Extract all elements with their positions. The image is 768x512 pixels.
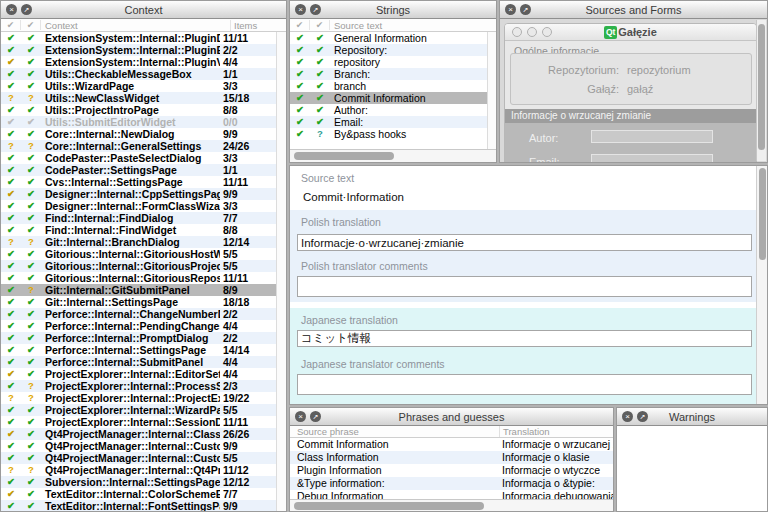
vertical-scrollbar[interactable]	[276, 32, 286, 511]
scrollbar-thumb[interactable]	[294, 502, 484, 510]
context-row[interactable]: ✔ ✔ ProjectExplorer::Internal::EditorSet…	[1, 368, 276, 380]
horizontal-scrollbar[interactable]	[290, 499, 613, 511]
context-row[interactable]: ✔ ✔ Utils::CheckableMessageBox 1/1	[1, 68, 276, 80]
strings-column-header[interactable]: ✔ ✔ Source text	[290, 19, 496, 32]
context-name: ExtensionSystem::Internal::PluginDe..	[41, 32, 220, 44]
context-row[interactable]: ? ? ProjectExplorer::Internal::ProjectEx…	[1, 392, 276, 404]
string-row[interactable]: ✔ ✔ Repository:	[290, 44, 487, 56]
email-label: Email:	[529, 156, 560, 163]
context-row[interactable]: ✔ ✔ ExtensionSystem::Internal::PluginErr…	[1, 44, 276, 56]
japanese-comments-input[interactable]	[297, 374, 752, 395]
japanese-status-icon: ✔	[21, 368, 41, 380]
phrase-row[interactable]: Plugin Information Informacje o wtyczce	[290, 464, 613, 477]
float-icon[interactable]: ↗	[21, 4, 32, 15]
context-row[interactable]: ✔ ✔ TextEditor::Internal::FontSettingsPa…	[1, 500, 276, 511]
context-row[interactable]: ✔ ✔ Find::Internal::FindWidget 8/8	[1, 224, 276, 236]
float-icon[interactable]: ↗	[310, 411, 321, 422]
japanese-status-icon: ✔	[21, 188, 41, 200]
close-icon[interactable]: ×	[6, 4, 17, 15]
close-icon[interactable]: ×	[622, 411, 633, 422]
context-row[interactable]: ✔ ✔ Qt4ProjectManager::Internal::ClassD.…	[1, 428, 276, 440]
japanese-translation-input[interactable]	[297, 330, 752, 347]
context-row[interactable]: ✔ ✔ Perforce::Internal::ChangeNumberDi..…	[1, 308, 276, 320]
context-row[interactable]: ✔ ✔ Utils::SubmitEditorWidget 0/0	[1, 116, 276, 128]
japanese-status-icon: ✔	[21, 104, 41, 116]
context-row[interactable]: ✔ ✔ Find::Internal::FindDialog 7/7	[1, 212, 276, 224]
context-row[interactable]: ✔ ✔ Perforce::Internal::PromptDialog 2/2	[1, 332, 276, 344]
float-icon[interactable]: ↗	[520, 4, 531, 15]
scrollbar-thumb[interactable]	[294, 152, 394, 160]
polish-status-icon: ✔	[1, 284, 21, 296]
polish-translation-label: Polish translation	[301, 216, 381, 228]
close-icon[interactable]: ×	[295, 411, 306, 422]
string-row[interactable]: ✔ ✔ Email:	[290, 116, 487, 128]
context-row[interactable]: ✔ ✔ CodePaster::SettingsPage 1/1	[1, 164, 276, 176]
context-row[interactable]: ✔ ✔ Qt4ProjectManager::Internal::Custo..…	[1, 452, 276, 464]
scrollbar-thumb[interactable]	[759, 168, 766, 260]
polish-comments-input[interactable]	[297, 276, 752, 297]
context-row[interactable]: ✔ ✔ Designer::Internal::CppSettingsPage.…	[1, 188, 276, 200]
context-row[interactable]: ✔ ✔ Utils::ProjectIntroPage 8/8	[1, 104, 276, 116]
context-row[interactable]: ✔ ✔ Gitorious::Internal::GitoriousReposi…	[1, 272, 276, 284]
phrase-row[interactable]: &Type information: Informacja o &typie:	[290, 477, 613, 490]
close-icon[interactable]: ×	[505, 4, 516, 15]
context-items-count: 2/2	[220, 332, 276, 344]
japanese-status-icon: ✔	[21, 488, 41, 500]
form-preview-window: Qt Gałęzie Ogólne informacje Repozytoriu…	[504, 23, 757, 163]
japanese-status-icon: ?	[21, 140, 41, 152]
context-row[interactable]: ✔ ✔ ProjectExplorer::Internal::SessionDi…	[1, 416, 276, 428]
context-name: Gitorious::Internal::GitoriousHostWi...	[41, 248, 220, 260]
vertical-scrollbar[interactable]	[756, 20, 766, 161]
string-row[interactable]: ✔ ✔ Commit Information	[290, 92, 487, 104]
float-icon[interactable]: ↗	[637, 411, 648, 422]
polish-status-icon: ✔	[1, 152, 21, 164]
source-phrase-column-label: Source phrase	[290, 426, 499, 437]
string-row[interactable]: ✔ ✔ Author:	[290, 104, 487, 116]
context-row[interactable]: ✔ ✔ Git::Internal::SettingsPage 18/18	[1, 296, 276, 308]
context-row[interactable]: ✔ ✔ Gitorious::Internal::GitoriousHostWi…	[1, 248, 276, 260]
context-row[interactable]: ✔ ✔ ExtensionSystem::Internal::PluginVie…	[1, 56, 276, 68]
japanese-status-icon: ?	[21, 236, 41, 248]
context-row[interactable]: ✔ ✔ Subversion::Internal::SettingsPage 1…	[1, 476, 276, 488]
context-row[interactable]: ✔ ✔ TextEditor::Internal::ColorSchemeEdi…	[1, 488, 276, 500]
context-items-count: 3/3	[220, 152, 276, 164]
float-icon[interactable]: ↗	[310, 4, 321, 15]
context-row[interactable]: ✔ ✔ ExtensionSystem::Internal::PluginDe.…	[1, 32, 276, 44]
vertical-scrollbar[interactable]	[756, 166, 767, 404]
context-row[interactable]: ✔ ? ProjectExplorer::Internal::ProcessSt…	[1, 380, 276, 392]
polish-status-icon: ✔	[1, 32, 21, 44]
context-row[interactable]: ? ? Git::Internal::BranchDialog 12/14	[1, 236, 276, 248]
string-row[interactable]: ✔ ✔ General Information	[290, 32, 487, 44]
phrase-row[interactable]: Commit Information Informacje o wrzucane…	[290, 438, 613, 451]
context-row[interactable]: ✔ ✔ Utils::WizardPage 3/3	[1, 80, 276, 92]
polish-translation-input[interactable]	[297, 234, 752, 251]
polish-status-icon: ✔	[1, 296, 21, 308]
phrases-column-header[interactable]: Source phrase Translation	[290, 426, 613, 438]
context-row[interactable]: ✔ ✔ Cvs::Internal::SettingsPage 11/11	[1, 176, 276, 188]
context-row[interactable]: ? ? Core::Internal::GeneralSettings 24/2…	[1, 140, 276, 152]
close-icon[interactable]: ×	[295, 4, 306, 15]
string-row[interactable]: ✔ ✔ repository	[290, 56, 487, 68]
context-row[interactable]: ? ? Utils::NewClassWidget 15/18	[1, 92, 276, 104]
context-row[interactable]: ✔ ✔ Designer::Internal::FormClassWizard.…	[1, 200, 276, 212]
context-row[interactable]: ✔ ✔ Core::Internal::NewDialog 9/9	[1, 128, 276, 140]
context-row[interactable]: ✔ ✔ CodePaster::PasteSelectDialog 3/3	[1, 152, 276, 164]
string-row[interactable]: ✔ ✔ Branch:	[290, 68, 487, 80]
context-row[interactable]: ✔ ? Git::Internal::GitSubmitPanel 8/9	[1, 284, 276, 296]
scrollbar-thumb[interactable]	[758, 24, 765, 150]
string-row[interactable]: ✔ ? By&pass hooks	[290, 128, 487, 140]
context-row[interactable]: ✔ ✔ Perforce::Internal::PendingChanges..…	[1, 320, 276, 332]
japanese-status-icon: ✔	[21, 200, 41, 212]
string-row[interactable]: ✔ ✔ branch	[290, 80, 487, 92]
branch-value: gałąź	[619, 83, 653, 95]
vertical-scrollbar[interactable]	[487, 32, 496, 149]
context-column-header[interactable]: ✔ ✔ Context Items	[1, 19, 286, 32]
phrase-row[interactable]: Class Information Informacje o klasie	[290, 451, 613, 464]
context-row[interactable]: ✔ ✔ Qt4ProjectManager::Internal::Custo..…	[1, 440, 276, 452]
horizontal-scrollbar[interactable]	[290, 149, 496, 162]
context-row[interactable]: ? ? Qt4ProjectManager::Internal::Qt4Pro.…	[1, 464, 276, 476]
context-row[interactable]: ✔ ✔ Gitorious::Internal::GitoriousProjec…	[1, 260, 276, 272]
context-row[interactable]: ✔ ✔ Perforce::Internal::SubmitPanel 4/4	[1, 356, 276, 368]
context-row[interactable]: ✔ ✔ ProjectExplorer::Internal::WizardPag…	[1, 404, 276, 416]
context-row[interactable]: ✔ ✔ Perforce::Internal::SettingsPage 14/…	[1, 344, 276, 356]
